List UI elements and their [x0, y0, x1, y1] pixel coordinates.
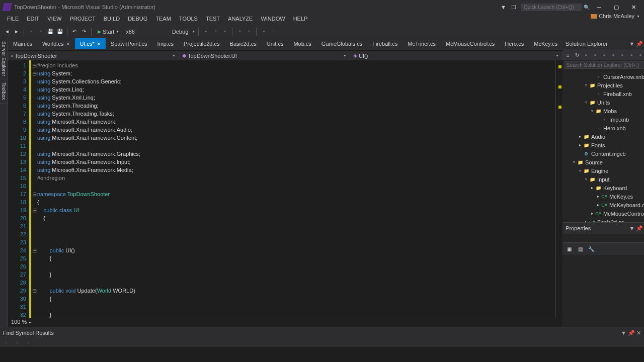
tab-McMouseControlcs[interactable]: McMouseControl.cs	[441, 38, 500, 49]
class-combo[interactable]: ◆ TopDownShooter.UI ▼	[179, 52, 350, 59]
tree-node[interactable]: ▿📁Source	[562, 158, 644, 166]
prop-icon[interactable]: 🔧	[587, 245, 596, 254]
tab-GameGlobalscs[interactable]: GameGlobals.cs	[316, 38, 367, 49]
save-icon[interactable]: 💾	[46, 28, 54, 36]
step-icon[interactable]: ▫	[245, 28, 253, 36]
redo-icon[interactable]: ↷	[80, 28, 88, 36]
user-badge[interactable]: Chris McAuley ▼	[591, 13, 640, 19]
code-editor[interactable]: 1234567891011121314151617181920212223242…	[8, 60, 562, 318]
nav-fwd-icon[interactable]: ►	[13, 28, 21, 36]
toolbox-tab[interactable]: Toolbox	[0, 79, 8, 103]
undo-icon[interactable]: ↶	[70, 28, 78, 36]
open-icon[interactable]: ▫	[37, 28, 45, 36]
notification-icon[interactable]: ▼	[501, 4, 506, 10]
menu-build[interactable]: BUILD	[100, 14, 124, 25]
tree-node[interactable]: ▸C#Basic2d.cs	[562, 218, 644, 222]
solution-tree[interactable]: ▫CursorArrow.xnb▿📁Projectiles▫Fireball.x…	[562, 71, 644, 222]
pin-icon[interactable]: 📌	[636, 41, 643, 47]
sync-icon[interactable]: ↻	[574, 51, 581, 58]
config-combo[interactable]: Debug	[170, 28, 190, 35]
tree-node[interactable]: ▿📁Input	[562, 175, 644, 184]
zoom-level[interactable]: 100 % ▼	[8, 318, 562, 327]
tool-icon[interactable]: ▫	[202, 28, 210, 36]
dropdown-icon[interactable]: ▼	[629, 41, 634, 47]
se-search-input[interactable]	[565, 61, 644, 69]
menu-edit[interactable]: EDIT	[23, 14, 43, 25]
menu-help[interactable]: HELP	[289, 14, 312, 25]
menu-tools[interactable]: TOOLS	[175, 14, 202, 25]
menu-project[interactable]: PROJECT	[65, 14, 99, 25]
tree-node[interactable]: ▸📁Fonts	[562, 141, 644, 149]
project-combo[interactable]: ▫ TopDownShooter ▼	[8, 52, 179, 59]
tree-node[interactable]: ▫CursorArrow.xnb	[562, 72, 644, 81]
tree-node[interactable]: ▿📁Engine	[562, 166, 644, 175]
tab-Basic2dcs[interactable]: Basic2d.cs	[225, 38, 262, 49]
properties-icon[interactable]: ▫	[619, 51, 626, 58]
tool-icon[interactable]: ▫	[592, 51, 599, 58]
tab-Mobcs[interactable]: Mob.cs	[288, 38, 316, 49]
tool-icon[interactable]: ▫	[637, 51, 644, 58]
tool-icon[interactable]: ▫	[13, 339, 21, 347]
dropdown-icon[interactable]: ▼	[621, 330, 626, 336]
pin-icon[interactable]: 📌	[628, 330, 635, 336]
tab-Fireballcs[interactable]: Fireball.cs	[367, 38, 403, 49]
platform-combo[interactable]: x86	[124, 28, 137, 35]
tool-icon[interactable]: ▫	[211, 28, 219, 36]
tool-icon[interactable]: ▫	[221, 28, 229, 36]
az-icon[interactable]: ▤	[576, 245, 585, 254]
tab-Herocs[interactable]: Hero.cs	[500, 38, 529, 49]
tab-Impcs[interactable]: Imp.cs	[152, 38, 179, 49]
search-icon[interactable]: 🔍	[584, 5, 590, 10]
menu-debug[interactable]: DEBUG	[124, 14, 151, 25]
tool-icon[interactable]: ▫	[24, 339, 32, 347]
menu-file[interactable]: FILE	[3, 14, 23, 25]
menu-test[interactable]: TEST	[202, 14, 224, 25]
menu-window[interactable]: WINDOW	[257, 14, 289, 25]
tab-Unitcs[interactable]: Unit.cs	[262, 38, 289, 49]
tree-node[interactable]: ▫Fireball.xnb	[562, 89, 644, 98]
tree-node[interactable]: ▫Hero.xnb	[562, 124, 644, 132]
close-button[interactable]: ✕	[626, 2, 641, 12]
tree-node[interactable]: ▸C#McKey.cs	[562, 192, 644, 201]
tool-icon[interactable]: ▫	[628, 51, 635, 58]
tab-Projectile2dcs[interactable]: Projectile2d.cs	[179, 38, 225, 49]
start-button[interactable]: ▶ Start ▼	[95, 28, 122, 35]
tab-Worldcs[interactable]: World.cs✕	[37, 38, 75, 49]
feedback-icon[interactable]: ☐	[511, 4, 516, 11]
maximize-button[interactable]: ▢	[609, 2, 624, 12]
minimize-button[interactable]: ─	[592, 2, 607, 12]
tree-node[interactable]: ▸📁Audio	[562, 132, 644, 141]
pin-icon[interactable]: 📌	[636, 225, 643, 232]
member-combo[interactable]: ◈ UI() ▼	[350, 52, 562, 59]
step-icon[interactable]: ▫	[235, 28, 244, 36]
tab-Maincs[interactable]: Main.cs	[8, 38, 37, 49]
tab-McTimercs[interactable]: McTimer.cs	[403, 38, 441, 49]
dropdown-icon[interactable]: ▼	[629, 225, 634, 232]
tree-node[interactable]: ▸📁Keyboard	[562, 184, 644, 192]
tab-McKeycs[interactable]: McKey.cs	[529, 38, 562, 49]
tree-node[interactable]: ▸C#McKeyboard.cs	[562, 201, 644, 209]
nav-back-icon[interactable]: ◄	[3, 28, 11, 36]
tool-icon[interactable]: ▫	[269, 28, 277, 36]
tree-node[interactable]: ▿📁Units	[562, 98, 644, 107]
menu-analyze[interactable]: ANALYZE	[224, 14, 257, 25]
quick-launch-input[interactable]	[521, 4, 582, 11]
show-all-icon[interactable]: ▫	[610, 51, 617, 58]
menu-team[interactable]: TEAM	[151, 14, 175, 25]
tab-SpawnPointcs[interactable]: SpawnPoint.cs	[106, 38, 152, 49]
server-explorer-tab[interactable]: Server Explorer	[0, 38, 8, 79]
fold-bar[interactable]: ⊟⊟⊟⊟⊟⊟⊟	[31, 60, 37, 318]
code-content[interactable]: #region Includesusing System;using Syste…	[37, 60, 555, 318]
tab-UIcs[interactable]: UI.cs*✕	[75, 38, 106, 49]
tool-icon[interactable]: ▫	[260, 28, 268, 36]
tree-node[interactable]: ▫Imp.xnb	[562, 115, 644, 124]
clear-icon[interactable]: ▫	[2, 339, 10, 347]
close-icon[interactable]: ✕	[636, 330, 641, 336]
cat-icon[interactable]: ▣	[565, 245, 574, 254]
tool-icon[interactable]: ▫	[583, 51, 590, 58]
tree-node[interactable]: ⚙Content.mgcb	[562, 149, 644, 158]
tool-icon[interactable]: ▫	[601, 51, 608, 58]
tree-node[interactable]: ▿📁Projectiles	[562, 81, 644, 89]
tree-node[interactable]: ▸C#McMouseControl.cs	[562, 209, 644, 218]
tree-node[interactable]: ▿📁Mobs	[562, 107, 644, 115]
